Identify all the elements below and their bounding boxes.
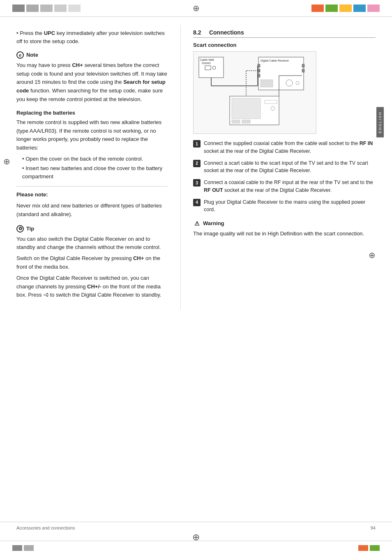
- color-block-2: [26, 5, 39, 12]
- replacing-bullet-1: Open the cover on the back of the remote…: [22, 155, 168, 163]
- top-bar: ⊕: [0, 0, 392, 17]
- warning-title: ⚠ Warning: [193, 219, 376, 228]
- tip-label: Tip: [26, 225, 34, 233]
- step-item-3: 3 Connect a coaxial cable to the RF inpu…: [193, 179, 376, 194]
- step-item-2: 2 Connect a scart cable to the scart inp…: [193, 159, 376, 175]
- bottom-color-1: [12, 545, 22, 551]
- upc-bullet: Press the UPC key immediately after your…: [16, 29, 168, 45]
- svg-rect-19: [242, 120, 250, 123]
- warning-block: ⚠ Warning The image quality will not be …: [193, 219, 376, 238]
- svg-rect-7: [258, 64, 260, 67]
- side-tab: ENGLISH: [376, 107, 384, 138]
- bottom-color-2: [24, 545, 34, 551]
- section-number: 8.2: [193, 29, 201, 36]
- color-block-green: [325, 5, 338, 12]
- bottom-left-blocks: [12, 545, 34, 551]
- svg-rect-10: [302, 64, 304, 67]
- section-heading-text: Connections: [209, 29, 244, 36]
- svg-text:Socket: Socket: [202, 62, 210, 64]
- right-column: 8.2 Connections Scart connection Cable W…: [181, 25, 384, 309]
- color-block-3: [40, 5, 53, 12]
- tip-block: ✿ Tip You can also switch the Digital Ca…: [16, 225, 168, 299]
- note-block: e Note You may have to press CH+ several…: [16, 51, 168, 104]
- tip-text2: Switch on the Digital Cable Receiver by …: [16, 254, 168, 272]
- warning-label: Warning: [203, 219, 224, 228]
- section-title: 8.2 Connections: [193, 29, 376, 38]
- footer-right: 94: [371, 525, 376, 530]
- step-text-4: Plug your Digital Cable Receiver to the …: [204, 198, 376, 214]
- bottom-right-blocks: [358, 545, 380, 551]
- step-num-3: 3: [193, 179, 201, 187]
- scart-title: Scart connection: [193, 42, 376, 48]
- warning-icon: ⚠: [193, 220, 201, 227]
- bottom-bar: [0, 541, 392, 555]
- step-text-1: Connect the supplied coaxial cable from …: [204, 140, 376, 155]
- scart-diagram: Cable Wall Socket Digital Cable Receiver: [193, 51, 316, 134]
- color-block-4: [54, 5, 67, 12]
- steps-list: 1 Connect the supplied coaxial cable fro…: [193, 140, 376, 214]
- replacing-text: The remote control is supplied with two …: [16, 118, 168, 152]
- right-crosshair: ⊕: [369, 250, 376, 260]
- svg-rect-18: [232, 120, 240, 123]
- top-bar-right-blocks: [311, 5, 380, 12]
- footer-left: Accessories and connections: [16, 525, 75, 530]
- color-block-yellow: [339, 5, 352, 12]
- step-item-4: 4 Plug your Digital Cable Receiver to th…: [193, 198, 376, 214]
- color-block-cyan: [353, 5, 366, 12]
- please-note-block: Please note: Never mix old and new batte…: [16, 186, 168, 219]
- color-block-pink: [367, 5, 380, 12]
- please-note-text: Never mix old and new batteries or diffe…: [16, 202, 168, 219]
- step-num-4: 4: [193, 199, 201, 206]
- svg-rect-12: [261, 80, 273, 87]
- note-text: You may have to press CH+ several times …: [16, 61, 168, 104]
- color-block-5: [68, 5, 81, 12]
- note-label: Note: [26, 51, 38, 60]
- svg-text:Digital Cable Receiver: Digital Cable Receiver: [261, 59, 289, 62]
- scart-diagram-svg: Cable Wall Socket Digital Cable Receiver: [197, 55, 312, 129]
- tip-text3: Once the Digital Cable Receiver is switc…: [16, 274, 168, 299]
- step-text-2: Connect a scart cable to the scart input…: [204, 159, 376, 175]
- svg-rect-11: [302, 69, 304, 72]
- bottom-color-green: [370, 545, 380, 551]
- warning-text: The image quality will not be in High De…: [193, 230, 376, 238]
- step-num-2: 2: [193, 160, 201, 167]
- replacing-bullet-2: Insert two new batteries and close the c…: [22, 164, 168, 180]
- bottom-color-red: [358, 545, 368, 551]
- left-column: Press the UPC key immediately after your…: [0, 25, 181, 309]
- tip-text1: You can also switch the Digital Cable Re…: [16, 235, 168, 252]
- replacing-heading: Replacing the batteries: [16, 110, 168, 116]
- top-bar-left-blocks: [12, 5, 81, 12]
- left-crosshair: ⊕: [3, 157, 10, 166]
- color-block-1: [12, 5, 25, 12]
- step-item-1: 1 Connect the supplied coaxial cable fro…: [193, 140, 376, 155]
- please-note-label: Please note:: [16, 191, 168, 199]
- color-block-red: [311, 5, 324, 12]
- replacing-bullets: Open the cover on the back of the remote…: [16, 155, 168, 181]
- note-title: e Note: [16, 51, 168, 60]
- step-text-3: Connect a coaxial cable to the RF input …: [204, 179, 376, 194]
- note-icon: e: [16, 51, 24, 59]
- svg-rect-9: [258, 74, 260, 77]
- top-crosshair: ⊕: [191, 3, 201, 13]
- svg-text:Cable Wall: Cable Wall: [200, 58, 214, 61]
- tip-icon: ✿: [16, 225, 24, 233]
- step-num-1: 1: [193, 140, 201, 147]
- svg-rect-17: [232, 98, 261, 119]
- tip-title: ✿ Tip: [16, 225, 168, 233]
- main-content: ⊕ Press the UPC key immediately after yo…: [0, 17, 392, 309]
